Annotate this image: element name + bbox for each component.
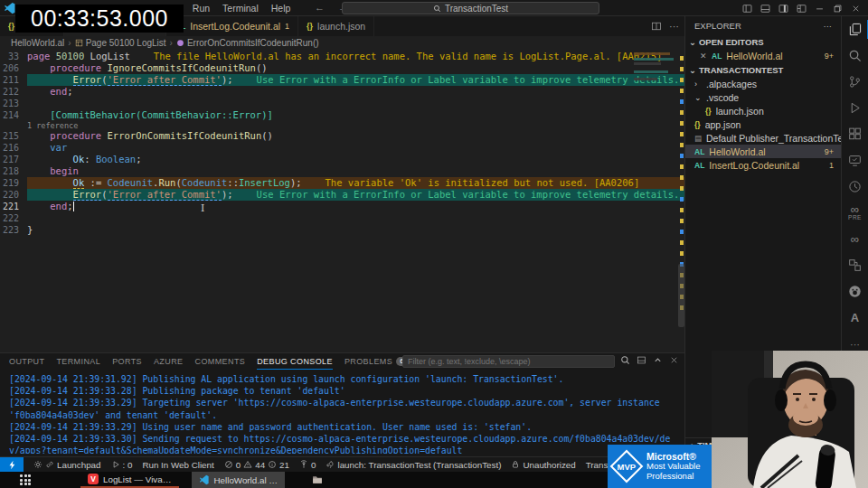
- taskbar-file-manager[interactable]: [305, 472, 330, 488]
- close-icon[interactable]: ✕: [700, 52, 707, 61]
- tree-item-launch-json[interactable]: {}launch.json: [685, 104, 841, 117]
- maximize-panel-icon[interactable]: [653, 355, 663, 365]
- activity-run-debug-icon[interactable]: [842, 95, 868, 121]
- codelens-references[interactable]: 1 reference: [27, 121, 78, 130]
- code-line-206[interactable]: 206 procedure IgnoreCommitsIfCodeunitRun…: [0, 62, 684, 74]
- app-launcher-icon[interactable]: [20, 474, 31, 485]
- activity-search-icon[interactable]: [842, 42, 868, 69]
- restore-icon[interactable]: [833, 4, 843, 14]
- activity-clock-icon[interactable]: [842, 174, 868, 200]
- open-editor-label: HelloWorld.al: [726, 51, 819, 61]
- customize-layout-icon[interactable]: [797, 4, 807, 14]
- activity-symbols-icon[interactable]: [842, 252, 868, 278]
- code-line-33[interactable]: 33page 50100 LogListThe file HelloWorld.…: [0, 51, 684, 62]
- line-number: 219: [0, 177, 27, 189]
- menu-terminal[interactable]: Terminal: [222, 3, 259, 14]
- panel-tab-terminal[interactable]: TERMINAL: [56, 353, 100, 370]
- code-line-222[interactable]: 222: [0, 212, 684, 224]
- open-editors-section[interactable]: ⌄ OPEN EDITORS: [685, 34, 841, 49]
- tree-item-default-publisher-transactiontes-[interactable]: ▤Default Publisher_TransactionTes…: [685, 131, 841, 145]
- open-editor-row[interactable]: ✕ALHelloWorld.al9+: [685, 49, 841, 62]
- open-panel-icon[interactable]: [637, 355, 646, 365]
- chevron-down-icon: ⌄: [689, 37, 696, 47]
- taskbar-vscode[interactable]: HelloWorld.al …: [192, 472, 286, 488]
- code-line-223[interactable]: 223}: [0, 224, 684, 236]
- problems-status[interactable]: 0 44 21: [224, 460, 289, 470]
- close-panel-icon[interactable]: [669, 355, 679, 365]
- code-line-221[interactable]: 221 end;: [0, 201, 684, 212]
- tree-item-insertlog-codeunit-al[interactable]: ALInsertLog.Codeunit.al1: [685, 158, 841, 172]
- activity-infinity-icon[interactable]: ∞: [842, 226, 868, 252]
- run-in-web-client-button[interactable]: Run In Web Client: [142, 460, 213, 470]
- chevron-down-icon: ⌄: [689, 65, 696, 75]
- code-content: Ok: Boolean;: [27, 154, 684, 165]
- code-line-220[interactable]: 220 Error('Error after Commit');Use Erro…: [0, 189, 684, 201]
- close-icon[interactable]: [851, 4, 861, 14]
- console-log-line: [2024-09-14 21:39:31.92] Publishing AL a…: [9, 373, 674, 385]
- code-line-213[interactable]: 213: [0, 98, 684, 109]
- activity-infinity-pre-icon[interactable]: ∞PRE: [842, 200, 868, 226]
- panel-tab-ports[interactable]: PORTS: [112, 353, 142, 370]
- tree-item--vscode[interactable]: ⌄.vscode: [685, 90, 841, 104]
- breadcrumb[interactable]: HelloWorld.al›Page 50100 LogList›ErrorOn…: [0, 36, 684, 49]
- console-filter-input[interactable]: [402, 355, 615, 368]
- toggle-secondary-sidebar-icon[interactable]: [778, 4, 788, 14]
- activity-remote-explorer-icon[interactable]: [842, 147, 868, 174]
- activity-source-control-icon[interactable]: [842, 69, 868, 95]
- panel-tab-output[interactable]: OUTPUT: [9, 353, 44, 370]
- minimize-icon[interactable]: [815, 4, 825, 14]
- tree-item-label: .alpackages: [706, 79, 841, 89]
- chevron-down-icon: ⌄: [694, 93, 702, 102]
- auth-status[interactable]: Unauthorized: [511, 460, 575, 470]
- command-center-search[interactable]: TransactionTest: [342, 2, 599, 14]
- code-line-211[interactable]: 211 Error('Error after Commit');Use Erro…: [0, 74, 684, 86]
- ports-status[interactable]: 0: [299, 460, 316, 470]
- panel-tab-azure[interactable]: AZURE: [154, 353, 184, 370]
- editor-column: {}app.jsonALHelloWorld.al9+ALInsertLog.C…: [0, 16, 684, 456]
- taskbar-vivaldi[interactable]: V LogList — Viva…: [80, 472, 179, 488]
- panel-tab-comments[interactable]: COMMENTS: [194, 353, 245, 370]
- menu-run[interactable]: Run: [193, 3, 210, 14]
- explorer-more-icon[interactable]: ···: [824, 21, 833, 31]
- launch-config-status[interactable]: launch: TransactionTest (TransactionTest…: [326, 460, 501, 470]
- toggle-sidebar-icon[interactable]: [742, 4, 752, 14]
- more-actions-icon[interactable]: ···: [669, 21, 679, 32]
- tab-InsertLog.Codeunit.al[interactable]: ALInsertLog.Codeunit.al1: [166, 16, 298, 36]
- code-line-212[interactable]: 212 end;: [0, 86, 684, 98]
- split-editor-icon[interactable]: [651, 21, 662, 32]
- lightning-icon: [7, 460, 17, 470]
- workspace-section[interactable]: ⌄ TRANSACTIONTEST: [685, 62, 841, 77]
- launchpad-status[interactable]: Launchpad: [33, 460, 101, 470]
- activity-explorer-icon[interactable]: [842, 16, 868, 42]
- filter-icon[interactable]: [620, 355, 630, 365]
- menu-help[interactable]: Help: [271, 3, 291, 14]
- code-line-217[interactable]: 217 Ok: Boolean;: [0, 154, 684, 165]
- broadcast-icon: [299, 460, 308, 469]
- panel-tab-debug-console[interactable]: DEBUG CONSOLE: [257, 353, 333, 370]
- minimap[interactable]: [634, 51, 675, 110]
- tree-item-label: launch.json: [716, 106, 841, 117]
- tree-item-helloworld-al[interactable]: ALHelloWorld.al9+: [685, 145, 841, 158]
- breadcrumb-item[interactable]: HelloWorld.al: [11, 38, 64, 48]
- code-line-218[interactable]: 218 begin: [0, 165, 684, 177]
- code-line-216[interactable]: 216 var: [0, 142, 684, 154]
- breadcrumb-item[interactable]: ErrorOnCommitsIfCodeunitRun(): [176, 38, 319, 48]
- remote-indicator[interactable]: [0, 457, 24, 473]
- toggle-panel-icon[interactable]: [760, 4, 770, 14]
- screen: FileEditSelectionViewGoRunTerminalHelp ←…: [0, 0, 868, 488]
- debug-console-output[interactable]: [2024-09-14 21:39:31.92] Publishing AL a…: [0, 370, 684, 454]
- tree-item--alpackages[interactable]: ›.alpackages: [685, 77, 841, 90]
- code-editor[interactable]: 33page 50100 LogListThe file HelloWorld.…: [0, 49, 684, 352]
- code-line-219[interactable]: 219 Ok := Codeunit.Run(Codeunit::InsertL…: [0, 177, 684, 189]
- code-line-215[interactable]: 215 procedure ErrorOnCommitsIfCodeunitRu…: [0, 130, 684, 142]
- scrollbar-slider[interactable]: [678, 264, 684, 327]
- activity-extensions-icon[interactable]: [842, 121, 868, 147]
- tab-launch.json[interactable]: {}launch.json: [298, 16, 374, 36]
- code-line-214[interactable]: 214 [CommitBehavior(CommitBehavior::Erro…: [0, 109, 684, 121]
- bottom-panel: OUTPUTTERMINALPORTSAZURECOMMENTSDEBUG CO…: [0, 352, 684, 456]
- tree-item-app-json[interactable]: {}app.json: [685, 117, 841, 131]
- activity-github-icon[interactable]: [842, 278, 868, 305]
- breadcrumb-item[interactable]: Page 50100 LogList: [75, 38, 166, 48]
- activity-al-language-icon[interactable]: A: [842, 305, 868, 331]
- debug-sessions-status[interactable]: : 0: [111, 460, 133, 470]
